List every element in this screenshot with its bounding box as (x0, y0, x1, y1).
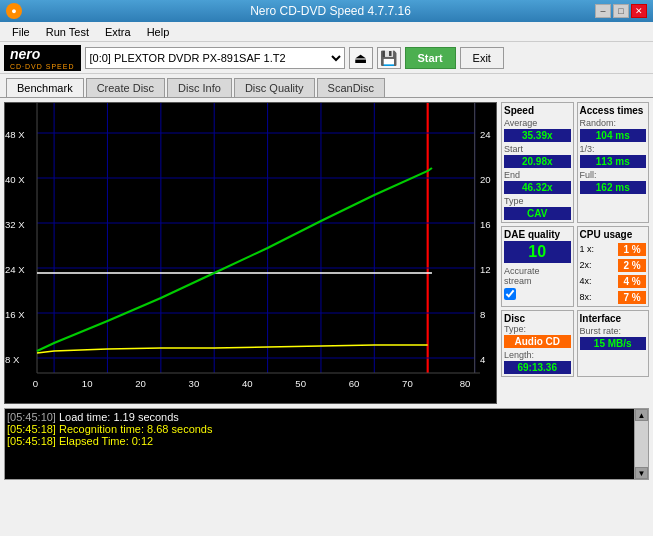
svg-text:16: 16 (480, 220, 491, 230)
svg-text:40: 40 (242, 379, 253, 389)
log-text-2: Recognition time: 8.68 seconds (59, 423, 212, 435)
access-full-label: Full: (580, 170, 647, 180)
speed-access-section: Speed Average 35.39x Start 20.98x End 46… (501, 102, 649, 223)
window-controls: – □ ✕ (595, 4, 647, 18)
svg-text:4: 4 (480, 355, 485, 365)
close-button[interactable]: ✕ (631, 4, 647, 18)
cpu-label-1x: 1 x: (580, 244, 595, 254)
disc-type-value: Audio CD (504, 335, 571, 348)
log-scrollbar[interactable]: ▲ ▼ (634, 409, 648, 479)
maximize-button[interactable]: □ (613, 4, 629, 18)
app-logo: nero CD·DVD SPEED (4, 45, 81, 71)
log-time-1: [05:45:10] (7, 411, 56, 423)
main-content: 48 X 40 X 32 X 24 X 16 X 8 X 24 20 16 12… (0, 98, 653, 408)
cpu-label-8x: 8x: (580, 292, 592, 302)
svg-text:20: 20 (480, 175, 491, 185)
menu-file[interactable]: File (4, 24, 38, 40)
disc-length-value: 69:13.36 (504, 361, 571, 374)
window-title: Nero CD-DVD Speed 4.7.7.16 (250, 4, 411, 18)
svg-text:20: 20 (135, 379, 146, 389)
cpu-label-4x: 4x: (580, 276, 592, 286)
disc-header: Disc (504, 313, 571, 324)
exit-button[interactable]: Exit (460, 47, 504, 69)
cpu-items: 1 x: 1 % 2x: 2 % 4x: 4 % 8x: 7 % (580, 242, 647, 304)
disc-interface-section: Disc Type: Audio CD Length: 69:13.36 Int… (501, 310, 649, 377)
log-time-2: [05:45:18] (7, 423, 56, 435)
log-container: [05:45:10] Load time: 1.19 seconds [05:4… (4, 408, 649, 480)
svg-text:40 X: 40 X (5, 175, 25, 185)
access-header: Access times (580, 105, 647, 116)
log-time-3: [05:45:18] (7, 435, 56, 447)
cpu-value-2x: 2 % (618, 259, 646, 272)
svg-text:60: 60 (349, 379, 360, 389)
right-panel: Speed Average 35.39x Start 20.98x End 46… (501, 102, 649, 404)
cpu-panel: CPU usage 1 x: 1 % 2x: 2 % 4x: 4 % (577, 226, 650, 307)
svg-text:10: 10 (82, 379, 93, 389)
svg-text:24: 24 (480, 130, 491, 140)
svg-text:24 X: 24 X (5, 265, 25, 275)
menu-run-test[interactable]: Run Test (38, 24, 97, 40)
log-area: [05:45:10] Load time: 1.19 seconds [05:4… (5, 409, 634, 479)
svg-text:12: 12 (480, 265, 491, 275)
cpu-item-8x: 8x: 7 % (580, 290, 647, 304)
log-line-2: [05:45:18] Recognition time: 8.68 second… (7, 423, 632, 435)
speed-avg-label: Average (504, 118, 571, 128)
scroll-down-button[interactable]: ▼ (635, 467, 648, 479)
dae-stream-label: Accurate (504, 266, 571, 276)
svg-text:50: 50 (295, 379, 306, 389)
speed-end-label: End (504, 170, 571, 180)
svg-text:0: 0 (33, 379, 38, 389)
tab-scan-disc[interactable]: ScanDisc (317, 78, 385, 97)
menu-extra[interactable]: Extra (97, 24, 139, 40)
log-text-3: Elapsed Time: 0:12 (59, 435, 153, 447)
svg-text:70: 70 (402, 379, 413, 389)
menu-bar: File Run Test Extra Help (0, 22, 653, 42)
svg-text:8 X: 8 X (5, 355, 19, 365)
logo-nero: nero (10, 46, 75, 62)
svg-text:30: 30 (189, 379, 200, 389)
svg-text:80: 80 (460, 379, 471, 389)
cpu-item-2x: 2x: 2 % (580, 258, 647, 272)
save-button[interactable]: 💾 (377, 47, 401, 69)
dae-checkbox-row (504, 288, 571, 300)
dae-header: DAE quality (504, 229, 571, 240)
tab-bar: Benchmark Create Disc Disc Info Disc Qua… (0, 74, 653, 98)
tab-disc-quality[interactable]: Disc Quality (234, 78, 315, 97)
disc-panel: Disc Type: Audio CD Length: 69:13.36 (501, 310, 574, 377)
access-random-value: 104 ms (580, 129, 647, 142)
cpu-header: CPU usage (580, 229, 647, 240)
dae-cpu-section: DAE quality 10 Accurate stream CPU usage… (501, 226, 649, 307)
eject-button[interactable]: ⏏ (349, 47, 373, 69)
tab-benchmark[interactable]: Benchmark (6, 78, 84, 97)
cpu-label-2x: 2x: (580, 260, 592, 270)
speed-avg-value: 35.39x (504, 129, 571, 142)
bottom-section: [05:45:10] Load time: 1.19 seconds [05:4… (0, 408, 653, 484)
disc-length-label: Length: (504, 350, 571, 360)
dae-checkbox[interactable] (504, 288, 516, 300)
access-onethird-value: 113 ms (580, 155, 647, 168)
interface-panel: Interface Burst rate: 15 MB/s (577, 310, 650, 377)
drive-selector[interactable]: [0:0] PLEXTOR DVDR PX-891SAF 1.T2 (85, 47, 345, 69)
speed-type-value: CAV (504, 207, 571, 220)
speed-chart: 48 X 40 X 32 X 24 X 16 X 8 X 24 20 16 12… (5, 103, 496, 403)
dae-panel: DAE quality 10 Accurate stream (501, 226, 574, 307)
svg-text:16 X: 16 X (5, 310, 25, 320)
menu-help[interactable]: Help (139, 24, 178, 40)
dae-value: 10 (504, 241, 571, 263)
speed-end-value: 46.32x (504, 181, 571, 194)
minimize-button[interactable]: – (595, 4, 611, 18)
start-button[interactable]: Start (405, 47, 456, 69)
tab-create-disc[interactable]: Create Disc (86, 78, 165, 97)
cpu-value-8x: 7 % (618, 291, 646, 304)
cpu-item-1x: 1 x: 1 % (580, 242, 647, 256)
tab-disc-info[interactable]: Disc Info (167, 78, 232, 97)
log-text-1: Load time: 1.19 seconds (59, 411, 179, 423)
speed-start-value: 20.98x (504, 155, 571, 168)
access-full-value: 162 ms (580, 181, 647, 194)
cpu-item-4x: 4x: 4 % (580, 274, 647, 288)
toolbar: nero CD·DVD SPEED [0:0] PLEXTOR DVDR PX-… (0, 42, 653, 74)
svg-text:32 X: 32 X (5, 220, 25, 230)
scroll-up-button[interactable]: ▲ (635, 409, 648, 421)
logo-cdspeed: CD·DVD SPEED (10, 63, 75, 70)
svg-text:48 X: 48 X (5, 130, 25, 140)
